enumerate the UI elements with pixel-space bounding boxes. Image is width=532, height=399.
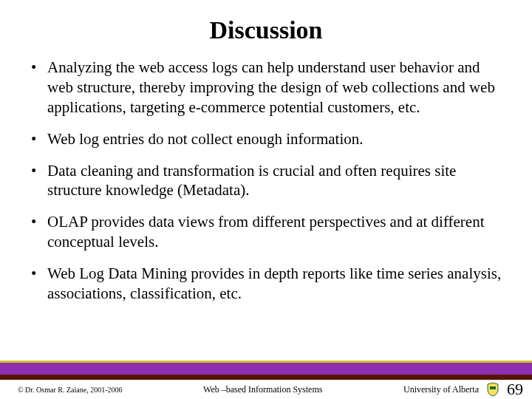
bullet-list: Analyzing the web access logs can help u… — [28, 58, 507, 304]
footer-center: Web –based Information Systems — [122, 384, 403, 395]
footer-university: University of Alberta — [403, 384, 479, 395]
footer-bars — [0, 361, 532, 380]
slide-footer: © Dr. Osmar R. Zaïane, 2001-2006 Web –ba… — [0, 361, 532, 399]
list-item: Web log entries do not collect enough in… — [28, 129, 507, 149]
svg-rect-0 — [490, 386, 496, 389]
list-item: Analyzing the web access logs can help u… — [28, 58, 507, 117]
footer-row: © Dr. Osmar R. Zaïane, 2001-2006 Web –ba… — [0, 380, 532, 399]
slide-content: Analyzing the web access logs can help u… — [0, 58, 532, 304]
bar-darkred — [0, 375, 532, 380]
footer-copyright: © Dr. Osmar R. Zaïane, 2001-2006 — [18, 386, 122, 394]
page-number: 69 — [507, 380, 523, 399]
list-item: OLAP provides data views from different … — [28, 212, 507, 252]
slide: Discussion Analyzing the web access logs… — [0, 0, 532, 399]
slide-title: Discussion — [0, 0, 532, 58]
university-crest-icon — [486, 382, 499, 397]
bar-purple — [0, 363, 532, 375]
list-item: Data cleaning and transformation is cruc… — [28, 161, 507, 201]
footer-right: University of Alberta 69 — [403, 380, 523, 399]
list-item: Web Log Data Mining provides in depth re… — [28, 264, 507, 304]
